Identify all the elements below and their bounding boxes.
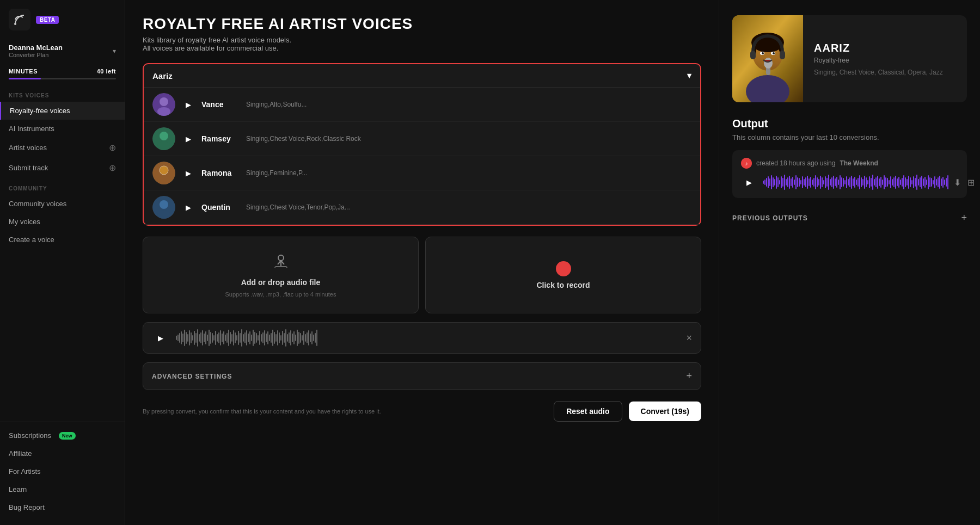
output-wave-visual [763,174,948,190]
user-name: Deanna McLean [9,44,63,52]
waveform-play-button[interactable]: ▶ [152,329,169,347]
sidebar-item-artist-voices[interactable]: Artist voices ⊕ [0,138,125,158]
submit-track-label: Submit track [9,164,48,172]
sidebar-item-learn[interactable]: Learn [0,480,125,498]
reset-audio-button[interactable]: Reset audio [554,401,622,422]
artist-card: AARIZ Royalty-free Singing, Chest Voice,… [732,15,967,102]
ramona-play-button[interactable]: ▶ [182,166,195,180]
right-panel: AARIZ Royalty-free Singing, Chest Voice,… [719,0,980,525]
upload-icon [272,252,290,274]
sidebar-item-create-a-voice[interactable]: Create a voice [0,231,125,249]
minutes-text: MINUTES [9,68,38,75]
previous-outputs[interactable]: PREVIOUS OUTPUTS + [732,207,967,229]
voice-item-ramsey[interactable]: ▶ Ramsey Singing,Chest Voice,Rock,Classi… [144,122,700,156]
ramona-name: Ramona [201,169,240,177]
kits-voices-section-label: KITS VOICES [0,85,125,102]
svg-point-9 [157,176,170,184]
artist-image [732,15,803,102]
voice-item-quentin[interactable]: ▶ Quentin Singing,Chest Voice,Tenor,Pop,… [144,190,700,225]
svg-text:♪: ♪ [745,160,748,166]
svg-point-3 [157,107,170,116]
upload-label: Add or drop audio file [241,278,320,287]
output-meta: ♪ created 18 hours ago using The Weeknd [741,158,958,169]
minutes-progress-bar [9,78,116,79]
ai-instruments-label: AI Instruments [9,125,54,133]
svg-rect-20 [750,51,756,59]
user-menu[interactable]: Deanna McLean Converter Plan ▾ [0,39,125,63]
output-play-button[interactable]: ▶ [741,174,757,190]
minutes-label: MINUTES 40 left [9,68,116,75]
sidebar-item-subscriptions[interactable]: Subscriptions New [0,427,125,444]
quentin-name: Quentin [201,203,240,212]
vance-play-button[interactable]: ▶ [182,98,195,111]
waveform-bar: ▶ × [143,322,701,354]
sidebar: BETA Deanna McLean Converter Plan ▾ MINU… [0,0,125,525]
voice-item-ramona[interactable]: ▶ Ramona Singing,Feminine,P... [144,156,700,190]
waveform-close-button[interactable]: × [686,332,692,344]
upload-box[interactable]: Add or drop audio file Supports .wav, .m… [143,237,419,313]
bottom-actions: By pressing convert, you confirm that th… [143,401,701,433]
vance-avatar [152,93,175,116]
svg-point-5 [160,132,168,140]
voice-list: ▶ Vance Singing,Alto,Soulfu... ▶ Ramsey … [144,87,700,225]
create-a-voice-label: Create a voice [9,236,54,244]
voice-item-vance[interactable]: ▶ Vance Singing,Alto,Soulfu... [144,88,700,122]
chevron-down-icon: ▾ [687,71,691,81]
sidebar-item-bug-report[interactable]: Bug Report [0,498,125,516]
ramsey-play-button[interactable]: ▶ [182,132,195,145]
voice-dropdown-container: Aariz ▾ ▶ Vance Singing,Alto,Soulfu... [143,63,701,226]
sidebar-item-for-artists[interactable]: For Artists [0,462,125,480]
artist-voices-label: Artist voices [9,144,47,152]
sidebar-logo: BETA [0,9,125,39]
voice-dropdown-header[interactable]: Aariz ▾ [144,64,700,87]
sidebar-item-royalty-free-voices[interactable]: Royalty-free voices [0,102,125,120]
svg-rect-21 [780,51,785,59]
add-submit-track-icon[interactable]: ⊕ [109,163,116,173]
output-action-buttons: ⬇ ⊞ 🔗 [954,177,980,188]
sidebar-item-ai-instruments[interactable]: AI Instruments [0,120,125,138]
advanced-settings[interactable]: ADVANCED SETTINGS + [143,362,701,390]
minutes-progress-fill [9,78,41,79]
sidebar-item-my-voices[interactable]: My voices [0,213,125,231]
beta-badge: BETA [36,16,59,24]
add-artist-voice-icon[interactable]: ⊕ [109,143,116,153]
ramsey-avatar [152,127,175,150]
community-voices-label: Community voices [9,200,66,208]
convert-button[interactable]: Convert (19s) [629,402,701,421]
waveform-visual [176,328,679,348]
download-button[interactable]: ⬇ [954,177,961,188]
artist-info: AARIZ Royalty-free Singing, Chest Voice,… [803,31,967,87]
artist-tags: Singing, Chest Voice, Classical, Opera, … [814,69,956,76]
quentin-avatar [152,196,175,219]
user-plan: Converter Plan [9,52,63,58]
quentin-play-button[interactable]: ▶ [182,201,195,214]
vance-tags: Singing,Alto,Soulfu... [246,101,691,108]
affiliate-label: Affiliate [9,449,32,458]
advanced-settings-label: ADVANCED SETTINGS [152,373,232,380]
minutes-tracker: MINUTES 40 left [0,63,125,85]
audio-section: Add or drop audio file Supports .wav, .m… [143,237,701,313]
community-section-label: COMMUNITY [0,178,125,195]
record-box[interactable]: Click to record [425,237,701,313]
convert-note: By pressing convert, you confirm that th… [143,408,547,415]
app-logo-icon[interactable] [9,9,30,30]
chevron-down-icon: ▾ [113,47,116,55]
my-voices-label: My voices [9,218,40,226]
output-created-text: created 18 hours ago using [756,159,835,167]
page-subtitle: Kits library of royalty free AI artist v… [143,36,701,52]
user-info: Deanna McLean Converter Plan [9,44,63,58]
output-waveform: ▶ ⬇ ⊞ 🔗 [741,174,958,190]
svg-point-0 [14,23,16,25]
for-artists-label: For Artists [9,467,41,475]
sidebar-item-submit-track[interactable]: Submit track ⊕ [0,158,125,178]
output-item-recent: ♪ created 18 hours ago using The Weeknd … [732,150,967,198]
save-button[interactable]: ⊞ [967,177,975,188]
svg-point-27 [773,52,775,54]
ramona-tags: Singing,Feminine,P... [246,169,691,177]
output-title: Output [732,118,967,130]
ramona-avatar [152,162,175,184]
svg-point-11 [160,200,168,209]
artist-name: AARIZ [814,42,956,54]
sidebar-item-community-voices[interactable]: Community voices [0,195,125,213]
sidebar-item-affiliate[interactable]: Affiliate [0,444,125,462]
